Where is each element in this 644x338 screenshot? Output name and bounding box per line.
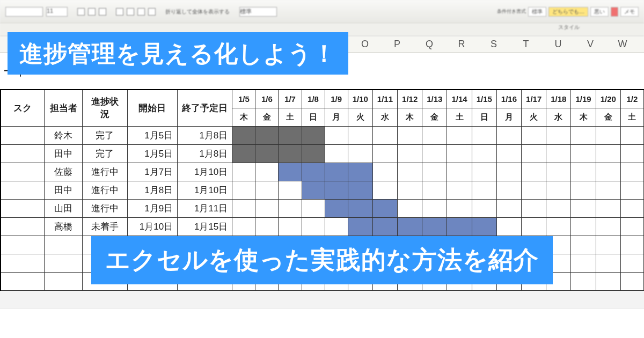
gantt-cell[interactable]: [422, 144, 447, 163]
cell-end[interactable]: 1月8日: [178, 144, 232, 163]
gantt-cell[interactable]: [496, 163, 521, 181]
style-chip-neutral[interactable]: どちらでも…: [548, 7, 588, 17]
style-chip-memo[interactable]: メモ: [620, 7, 639, 17]
cell-start[interactable]: 1月5日: [127, 144, 178, 163]
cell-owner[interactable]: 鈴木: [45, 126, 83, 144]
cell-status[interactable]: 進行中: [83, 181, 127, 199]
gantt-cell[interactable]: [620, 126, 643, 144]
gantt-cell[interactable]: [447, 217, 472, 236]
cell-owner[interactable]: 田中: [45, 181, 83, 199]
gantt-cell[interactable]: [302, 163, 325, 181]
gantt-cell[interactable]: [522, 199, 546, 217]
gantt-cell[interactable]: [620, 181, 643, 199]
gantt-cell[interactable]: [472, 181, 496, 199]
gantt-cell[interactable]: [232, 181, 255, 199]
gantt-cell[interactable]: [279, 163, 302, 181]
gantt-cell[interactable]: [255, 126, 279, 144]
gantt-cell[interactable]: [596, 126, 620, 144]
gantt-cell[interactable]: [348, 126, 372, 144]
gantt-cell[interactable]: [279, 126, 302, 144]
style-chip-bad[interactable]: 悪い: [590, 7, 609, 17]
gantt-cell[interactable]: [372, 217, 397, 236]
gantt-cell[interactable]: [522, 217, 546, 236]
gantt-cell[interactable]: [302, 199, 325, 217]
cell-status[interactable]: 進行中: [83, 199, 127, 217]
cell-status[interactable]: 進行中: [83, 163, 127, 181]
cond-format-btn[interactable]: 条件付き書式: [497, 9, 526, 14]
cell-status[interactable]: 完了: [83, 126, 127, 144]
gantt-cell[interactable]: [422, 126, 447, 144]
gantt-cell[interactable]: [496, 126, 521, 144]
gantt-cell[interactable]: [571, 163, 596, 181]
wrap-text-label[interactable]: 折り返して全体を表示する: [165, 8, 230, 16]
gantt-cell[interactable]: [255, 144, 279, 163]
gantt-cell[interactable]: [348, 181, 372, 199]
gantt-cell[interactable]: [325, 126, 348, 144]
gantt-cell[interactable]: [596, 199, 620, 217]
gantt-cell[interactable]: [279, 217, 302, 236]
cell-end[interactable]: 1月11日: [178, 199, 232, 217]
gantt-cell[interactable]: [422, 217, 447, 236]
gantt-cell[interactable]: [325, 144, 348, 163]
gantt-cell[interactable]: [447, 163, 472, 181]
gantt-cell[interactable]: [620, 163, 643, 181]
gantt-cell[interactable]: [496, 217, 521, 236]
gantt-cell[interactable]: [325, 199, 348, 217]
gantt-cell[interactable]: [255, 181, 279, 199]
number-format[interactable]: 標準: [239, 7, 277, 17]
gantt-cell[interactable]: [546, 181, 571, 199]
gantt-cell[interactable]: [422, 199, 447, 217]
cell-end[interactable]: 1月10日: [178, 181, 232, 199]
gantt-cell[interactable]: [620, 217, 643, 236]
gantt-cell[interactable]: [348, 163, 372, 181]
cell-start[interactable]: 1月9日: [127, 199, 178, 217]
gantt-cell[interactable]: [596, 144, 620, 163]
gantt-cell[interactable]: [348, 199, 372, 217]
gantt-cell[interactable]: [620, 199, 643, 217]
gantt-cell[interactable]: [398, 199, 422, 217]
cell-end[interactable]: 1月8日: [178, 126, 232, 144]
gantt-cell[interactable]: [546, 217, 571, 236]
gantt-cell[interactable]: [472, 199, 496, 217]
gantt-cell[interactable]: [496, 199, 521, 217]
gantt-cell[interactable]: [546, 199, 571, 217]
gantt-cell[interactable]: [398, 163, 422, 181]
gantt-cell[interactable]: [348, 144, 372, 163]
gantt-cell[interactable]: [546, 144, 571, 163]
gantt-cell[interactable]: [255, 199, 279, 217]
cell-status[interactable]: 未着手: [83, 217, 127, 236]
gantt-cell[interactable]: [496, 181, 521, 199]
font-box[interactable]: [5, 7, 43, 17]
cell-start[interactable]: 1月10日: [127, 217, 178, 236]
gantt-cell[interactable]: [279, 144, 302, 163]
gantt-cell[interactable]: [522, 126, 546, 144]
gantt-cell[interactable]: [232, 217, 255, 236]
gantt-cell[interactable]: [372, 181, 397, 199]
gantt-cell[interactable]: [496, 144, 521, 163]
gantt-cell[interactable]: [372, 199, 397, 217]
gantt-cell[interactable]: [596, 163, 620, 181]
gantt-cell[interactable]: [571, 199, 596, 217]
cell-start[interactable]: 1月5日: [127, 126, 178, 144]
gantt-cell[interactable]: [279, 199, 302, 217]
gantt-cell[interactable]: [546, 163, 571, 181]
gantt-cell[interactable]: [447, 126, 472, 144]
gantt-cell[interactable]: [302, 126, 325, 144]
gantt-cell[interactable]: [232, 144, 255, 163]
gantt-cell[interactable]: [422, 163, 447, 181]
cell-end[interactable]: 1月10日: [178, 163, 232, 181]
gantt-cell[interactable]: [571, 217, 596, 236]
gantt-cell[interactable]: [232, 126, 255, 144]
gantt-cell[interactable]: [325, 217, 348, 236]
gantt-cell[interactable]: [472, 217, 496, 236]
gantt-cell[interactable]: [348, 217, 372, 236]
gantt-cell[interactable]: [472, 144, 496, 163]
gantt-cell[interactable]: [596, 217, 620, 236]
cell-owner[interactable]: 高橋: [45, 217, 83, 236]
gantt-cell[interactable]: [472, 163, 496, 181]
gantt-cell[interactable]: [372, 126, 397, 144]
gantt-cell[interactable]: [571, 144, 596, 163]
gantt-cell[interactable]: [325, 163, 348, 181]
gantt-cell[interactable]: [302, 181, 325, 199]
gantt-cell[interactable]: [571, 181, 596, 199]
